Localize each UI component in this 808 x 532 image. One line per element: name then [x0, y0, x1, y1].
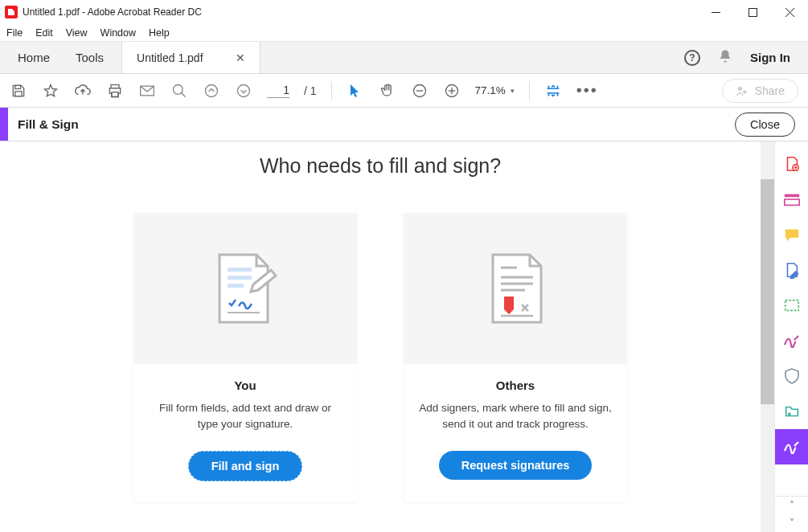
window-title: Untitled 1.pdf - Adobe Acrobat Reader DC [23, 6, 202, 18]
create-pdf-icon[interactable] [775, 182, 809, 217]
mail-icon[interactable] [138, 82, 156, 100]
card-you-desc: Fill form fields, add text and draw or t… [148, 400, 342, 432]
svg-rect-22 [228, 284, 244, 288]
help-icon[interactable]: ? [684, 50, 700, 66]
fit-width-icon[interactable] [544, 82, 562, 100]
card-others-illustration [404, 213, 627, 364]
tab-bar: Home Tools Untitled 1.pdf ✕ ? Sign In [0, 42, 808, 74]
maximize-button[interactable] [734, 0, 771, 24]
cloud-upload-icon[interactable] [74, 82, 92, 100]
close-window-button[interactable] [771, 0, 808, 24]
svg-rect-7 [112, 92, 118, 96]
organize-icon[interactable] [775, 288, 809, 323]
tab-tools[interactable]: Tools [76, 51, 104, 64]
more-tools-icon[interactable]: ••• [576, 81, 598, 100]
app-icon [5, 6, 18, 18]
fill-and-sign-button[interactable]: Fill and sign [188, 451, 303, 481]
close-tool-button[interactable]: Close [735, 113, 795, 137]
zoom-out-icon[interactable] [411, 82, 429, 100]
compress-icon[interactable] [775, 394, 809, 429]
menu-help[interactable]: Help [149, 27, 170, 39]
page-total-label: / 1 [304, 84, 317, 97]
minimize-button[interactable] [697, 0, 734, 24]
print-icon[interactable] [106, 82, 124, 100]
window-title-bar: Untitled 1.pdf - Adobe Acrobat Reader DC [0, 0, 808, 24]
export-pdf-icon[interactable] [775, 146, 809, 182]
document-area: Who needs to fill and sign? [0, 141, 761, 532]
comment-icon[interactable] [775, 217, 809, 252]
request-signatures-button[interactable]: Request signatures [439, 451, 593, 480]
svg-point-9 [174, 84, 183, 94]
zoom-in-icon[interactable] [443, 82, 461, 100]
card-others: Others Add signers, mark where to fill a… [404, 213, 627, 502]
vertical-scrollbar[interactable] [761, 141, 774, 532]
scroll-thumb[interactable] [761, 179, 774, 404]
svg-point-12 [238, 84, 250, 96]
svg-rect-21 [228, 276, 252, 280]
notifications-icon[interactable] [718, 49, 732, 67]
star-icon[interactable] [42, 82, 59, 100]
menu-window[interactable]: Window [100, 27, 136, 39]
tool-sub-bar: Fill & Sign Close [0, 108, 808, 141]
card-others-desc: Add signers, mark where to fill and sign… [418, 400, 613, 432]
tool-title: Fill & Sign [8, 117, 79, 132]
main-heading: Who needs to fill and sign? [260, 154, 501, 178]
share-button[interactable]: Share [722, 79, 798, 103]
save-icon[interactable] [10, 82, 27, 100]
document-tab-label: Untitled 1.pdf [137, 51, 203, 64]
menu-view[interactable]: View [66, 27, 88, 39]
svg-rect-33 [784, 199, 798, 205]
document-tab[interactable]: Untitled 1.pdf ✕ [121, 42, 260, 73]
menu-file[interactable]: File [6, 27, 23, 39]
pointer-icon[interactable] [347, 82, 364, 100]
scroll-up-arrow[interactable] [761, 141, 774, 155]
sign-icon[interactable] [775, 323, 809, 358]
svg-point-18 [737, 86, 741, 90]
svg-rect-34 [785, 301, 798, 311]
menu-bar: File Edit View Window Help [0, 24, 808, 42]
sign-in-link[interactable]: Sign In [750, 51, 790, 64]
svg-rect-20 [228, 268, 252, 272]
page-number-input[interactable] [267, 84, 289, 98]
pane-scroll-up[interactable]: ˄ [775, 497, 808, 514]
protect-icon[interactable] [775, 358, 809, 394]
search-icon[interactable] [170, 82, 188, 100]
card-others-title: Others [418, 379, 613, 392]
tab-home[interactable]: Home [18, 51, 50, 64]
pane-scroll-down[interactable]: ˅ [775, 514, 808, 532]
hand-icon[interactable] [379, 82, 396, 100]
right-tool-pane: ˄ ˅ [774, 141, 808, 532]
card-you: You Fill form fields, add text and draw … [133, 213, 357, 502]
page-down-icon[interactable] [235, 82, 252, 100]
svg-point-19 [743, 90, 746, 93]
svg-line-10 [182, 92, 186, 96]
page-up-icon[interactable] [203, 82, 220, 100]
svg-rect-32 [784, 194, 798, 198]
tab-close-icon[interactable]: ✕ [236, 51, 245, 64]
main-toolbar: / 1 77.1% ••• Share [0, 74, 808, 108]
edit-pdf-icon[interactable] [775, 252, 809, 288]
svg-rect-5 [15, 91, 22, 96]
card-you-illustration [133, 213, 357, 364]
zoom-dropdown[interactable]: 77.1% [475, 84, 515, 96]
menu-edit[interactable]: Edit [35, 27, 53, 39]
svg-rect-4 [15, 85, 21, 88]
share-label: Share [755, 84, 785, 97]
accent-bar [0, 108, 8, 141]
svg-rect-1 [749, 8, 757, 16]
svg-point-11 [206, 84, 218, 96]
fill-sign-icon[interactable] [775, 429, 809, 464]
card-you-title: You [148, 379, 342, 392]
